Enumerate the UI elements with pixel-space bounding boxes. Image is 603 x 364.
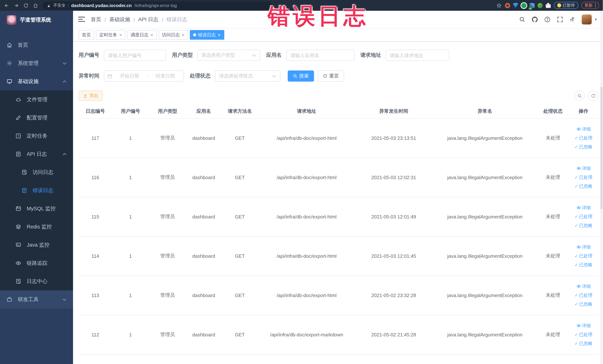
- extension-icon[interactable]: [521, 3, 526, 8]
- sidebar-item-error-log[interactable]: 错误日志: [0, 181, 73, 200]
- process-status-select[interactable]: 请选择处理状态: [215, 70, 280, 82]
- close-icon[interactable]: ✕: [218, 33, 221, 37]
- app-logo[interactable]: 芋道管理系统: [0, 11, 73, 29]
- sidebar-item-log-center[interactable]: 日志中心: [0, 272, 73, 290]
- mark-processed-link[interactable]: ✓ 已处理: [575, 292, 592, 298]
- mark-ignored-link[interactable]: ✓ 已忽略: [575, 262, 592, 268]
- profile-paused-badge[interactable]: 已暂停: [554, 2, 578, 9]
- fullscreen-icon[interactable]: [557, 16, 563, 23]
- request-url-input[interactable]: [386, 50, 449, 61]
- user-avatar-menu[interactable]: ▼: [582, 14, 598, 24]
- extension-icon[interactable]: on: [529, 3, 534, 8]
- tab-home[interactable]: 首页: [79, 30, 94, 40]
- check-icon: ✓: [575, 175, 578, 180]
- status-text: 未处理: [537, 197, 569, 236]
- extension-icon[interactable]: [537, 3, 543, 8]
- status-text: 未处理: [537, 158, 569, 197]
- user-id-input[interactable]: [104, 50, 166, 61]
- reset-button[interactable]: 重置: [318, 70, 344, 82]
- gear-icon: [7, 60, 13, 66]
- address-bar[interactable]: ▲ 不安全 dashboard.yudao.iocoder.cn/infra/l…: [42, 1, 272, 10]
- scrollbar[interactable]: [600, 11, 603, 364]
- sidebar-item-scheduled-tasks[interactable]: 定时任务: [0, 127, 73, 145]
- clock-icon: [16, 133, 22, 139]
- log-doc-icon: [16, 151, 22, 157]
- show-search-toggle-button[interactable]: [574, 91, 585, 101]
- check-icon: ✓: [575, 332, 578, 337]
- detail-link[interactable]: 详细: [576, 322, 591, 329]
- exception-time-range-picker[interactable]: 开始日期 - 结束日期: [104, 70, 184, 82]
- reload-icon[interactable]: [23, 2, 29, 8]
- mark-ignored-link[interactable]: ✓ 已忽略: [575, 222, 592, 229]
- mark-processed-link[interactable]: ✓ 已处理: [575, 331, 592, 338]
- detail-link[interactable]: 详细: [576, 205, 591, 211]
- sidebar-item-redis-monitor[interactable]: Redis 监控: [0, 218, 73, 236]
- terminal-icon: [16, 242, 22, 248]
- extension-icon[interactable]: [505, 3, 510, 8]
- breadcrumb-infrastructure[interactable]: 基础设施: [109, 16, 130, 23]
- sidebar-item-config-management[interactable]: 配置管理: [0, 109, 73, 127]
- export-button[interactable]: 导出: [79, 91, 103, 101]
- font-size-icon[interactable]: [569, 16, 576, 23]
- search-icon[interactable]: [519, 16, 525, 23]
- caret-down-icon: ▼: [594, 17, 598, 22]
- tab-scheduled-tasks[interactable]: 定时任务 ✕: [96, 30, 126, 40]
- detail-link[interactable]: 详细: [576, 126, 591, 132]
- url-host: dashboard.yudao.iocoder.cn: [71, 3, 132, 8]
- mark-ignored-link[interactable]: ✓ 已忽略: [575, 340, 592, 347]
- refresh-button[interactable]: [588, 91, 598, 101]
- close-icon[interactable]: ✕: [182, 33, 185, 37]
- mark-processed-link[interactable]: ✓ 已处理: [575, 135, 592, 141]
- sidebar-item-system-management[interactable]: 系统管理: [0, 54, 73, 72]
- sidebar-item-mysql-monitor[interactable]: MySQL 监控: [0, 200, 73, 218]
- user-id-label: 用户编号: [79, 52, 99, 59]
- detail-link[interactable]: 详细: [576, 165, 591, 172]
- detail-link[interactable]: 详细: [576, 283, 591, 289]
- tab-access-log[interactable]: 访问日志 ✕: [159, 30, 188, 40]
- top-navbar: 首页 / 基础设施 / API 日志 / 错误日志: [73, 11, 603, 29]
- sidebar-item-java-monitor[interactable]: Java 监控: [0, 236, 73, 254]
- sidebar-item-api-log[interactable]: API 日志: [0, 145, 73, 163]
- mark-processed-link[interactable]: ✓ 已处理: [575, 253, 592, 259]
- breadcrumb-home[interactable]: 首页: [91, 16, 101, 23]
- sidebar-item-infrastructure[interactable]: 基础设施: [0, 72, 73, 91]
- breadcrumb-api-log[interactable]: API 日志: [138, 16, 159, 23]
- url-divider: [68, 3, 69, 8]
- close-icon[interactable]: ✕: [150, 33, 153, 37]
- log-doc-icon: [22, 188, 27, 193]
- home-icon: [7, 42, 13, 48]
- close-icon[interactable]: ✕: [119, 33, 122, 37]
- mark-ignored-link[interactable]: ✓ 已忽略: [575, 183, 592, 189]
- mark-ignored-link[interactable]: ✓ 已忽略: [575, 301, 592, 307]
- chrome-update-button[interactable]: 更新: [581, 2, 599, 9]
- not-secure-label: 不安全: [53, 3, 66, 8]
- home-icon[interactable]: [33, 2, 39, 8]
- extension-icon[interactable]: [513, 3, 518, 8]
- app-name-input[interactable]: [286, 50, 354, 61]
- tab-schedule-log[interactable]: 调度日志 ✕: [127, 30, 157, 40]
- tab-error-log[interactable]: 错误日志 ✕: [190, 30, 224, 40]
- browser-menu-icon[interactable]: [595, 3, 596, 8]
- user-type-select[interactable]: 请选择用户类型: [197, 50, 260, 61]
- mark-processed-link[interactable]: ✓ 已处理: [575, 174, 592, 180]
- help-icon[interactable]: [544, 16, 551, 23]
- sidebar-item-file-management[interactable]: 文件管理: [0, 91, 73, 109]
- sidebar-item-link-tracing[interactable]: 链路追踪: [0, 254, 73, 272]
- forward-icon[interactable]: [13, 2, 19, 8]
- github-icon[interactable]: [531, 16, 538, 23]
- back-icon[interactable]: [4, 2, 10, 8]
- url-path: /infra/log/api-error-log: [134, 3, 177, 8]
- sidebar-item-dev-tools[interactable]: 研发工具: [0, 290, 73, 309]
- extensions-puzzle-icon[interactable]: [545, 3, 551, 8]
- mark-ignored-link[interactable]: ✓ 已忽略: [575, 144, 592, 150]
- bookmark-star-icon[interactable]: [496, 2, 502, 8]
- chevron-down-icon: [252, 53, 256, 57]
- detail-link[interactable]: 详细: [576, 244, 591, 250]
- extension-on-badge: on: [529, 7, 532, 10]
- sidebar-item-access-log[interactable]: 访问日志: [0, 163, 73, 181]
- hamburger-icon[interactable]: [78, 16, 85, 23]
- search-button[interactable]: 搜索: [288, 70, 314, 82]
- mark-processed-link[interactable]: ✓ 已处理: [575, 213, 592, 220]
- sidebar-item-home[interactable]: 首页: [0, 36, 73, 54]
- scrollbar-thumb[interactable]: [601, 87, 603, 209]
